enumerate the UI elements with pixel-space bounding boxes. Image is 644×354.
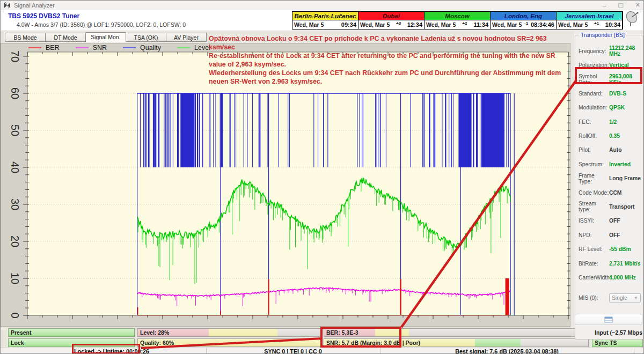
legend-line-swatch — [177, 47, 190, 48]
clock-time: 12:34 — [407, 21, 422, 28]
signal-analyzer-window: Signal Analyzer – ▢ ✕ TBS 5925 DVBS2 Tun… — [0, 0, 644, 354]
transponder-row: Polarization: Vertical — [579, 58, 641, 72]
clock-cell: Jerusalem-Israel Wed, Mar 5 +1 10:34 — [557, 12, 623, 29]
transponder-row: CarrierWidth: 4,000 MHz — [579, 270, 641, 284]
transponder-row: Pilot: Auto — [579, 143, 641, 157]
transponder-row: Spectrum: Inverted — [579, 157, 641, 171]
level-meter: Level: 28% — [137, 328, 321, 337]
best-signal-status: Best signal: 7,6 dB (2025-03-04 08:38) — [380, 348, 634, 354]
legend-line-swatch — [123, 47, 136, 48]
satellite-dish-icon — [625, 11, 639, 27]
clock-city: Jerusalem-Israel — [557, 12, 622, 20]
ber-meter: BER: 5,3E-3 — [324, 328, 589, 337]
tuner-subtitle: 4.0W - Amos 3/7 (ID: 3560) @ LOF1: 97500… — [17, 21, 186, 28]
transponder-row: RollOff: 0.35 — [579, 129, 641, 143]
transponder-groupbox: Transponder [BS] Frequency: 11212,248 MH… — [575, 35, 643, 340]
minimize-icon[interactable]: – — [603, 2, 606, 9]
transponder-row: Symbol Rate: 2963,008 KS/s — [579, 72, 641, 86]
tab[interactable]: BS Mode — [5, 33, 46, 42]
legend-item: Quality — [123, 44, 161, 51]
tab[interactable]: Signal Mon. — [85, 32, 126, 42]
app-icon — [4, 2, 11, 9]
transponder-row: Modulation: QPSK — [579, 101, 641, 115]
transponder-row: ISSYI: OFF — [579, 214, 641, 228]
snr-meter: SNR: 5,7 dB (Margin: 3,0 dB | Poor) — [324, 338, 589, 347]
clock-time: 11:34 — [473, 21, 488, 28]
annotation-line: Opätovná obnova Locku o 9:34 CET po pric… — [209, 34, 561, 43]
svg-text:20: 20 — [9, 235, 21, 247]
chevron-down-icon: ▼ — [634, 296, 638, 300]
clock-city: London, Eng — [491, 12, 556, 20]
transponder-row: Frame Type: Long Frame — [579, 172, 641, 186]
tab[interactable]: AV Player — [166, 33, 207, 42]
clock-city: Berlin-Paris-Lučenec — [292, 12, 358, 20]
clock-date: Wed, Mar 5 — [492, 21, 522, 28]
transponder-row: Stream type: Transport — [579, 200, 641, 213]
quality-meter: Quality: 60% — [137, 338, 321, 347]
legend-line-swatch — [28, 47, 41, 48]
clock-utc-offset: +3 — [390, 21, 407, 26]
clock-cell: London, Eng Wed, Mar 5 -1 08:34:46 — [491, 12, 557, 29]
mode-tabs: BS ModeDT ModeSignal Mon.TSA (OK)AV Play… — [5, 33, 206, 42]
tab[interactable]: TSA (OK) — [126, 33, 166, 42]
clock-date: Wed, Mar 5 — [294, 21, 324, 28]
mis-dropdown[interactable]: Single ▼ — [609, 293, 641, 303]
annotation-line: value of 2,963 ksym/sec. — [209, 60, 561, 69]
legend-item: BER — [28, 44, 60, 51]
clock-cell: Moscow Wed, Mar 5 +2 11:34 — [425, 12, 491, 29]
transponder-row: BitRate: 2,731 Mbit/s — [579, 256, 641, 270]
legend-line-swatch — [76, 47, 89, 48]
input-bitrate-indicator: Input (~2,57 Mbps) — [592, 328, 643, 337]
clock-cell: Dubai Wed, Mar 5 +3 12:34 — [358, 12, 425, 29]
close-icon[interactable]: ✕ — [635, 2, 640, 9]
annotation-line: Re-establishment of the Lock at 9:34 CET… — [209, 51, 561, 60]
clock-date: Wed, Mar 5 — [426, 21, 456, 28]
annotation-line: Wiederherstellung des Locks um 9:34 CET … — [209, 69, 561, 77]
clock-date: Wed, Mar 5 — [360, 21, 390, 28]
window-mini-icon — [604, 316, 613, 323]
svg-text:40: 40 — [9, 161, 21, 173]
clock-utc-offset: -1 — [522, 21, 531, 26]
tab[interactable]: DT Mode — [45, 33, 86, 42]
clock-cell: Berlin-Paris-Lučenec Wed, Mar 5 09:34 — [292, 12, 358, 29]
present-indicator: Present — [8, 328, 135, 337]
tuner-title: TBS 5925 DVBS2 Tuner — [8, 12, 79, 20]
svg-text:70: 70 — [9, 50, 21, 62]
mis-label: MIS (0): — [579, 295, 609, 301]
transponder-row: NPD: OFF — [579, 228, 641, 242]
maximize-icon[interactable]: ▢ — [618, 2, 623, 9]
clock-time: 10:34 — [605, 21, 620, 28]
header: TBS 5925 DVBS2 Tuner 4.0W - Amos 3/7 (ID… — [1, 10, 644, 31]
transponder-title: Transponder [BS] — [579, 32, 626, 38]
svg-text:0: 0 — [9, 312, 21, 318]
legend-item: SNR — [76, 44, 107, 51]
transponder-row: FEC: 1/2 — [579, 115, 641, 129]
clock-date: Wed, Mar 5 — [558, 21, 588, 28]
sync-counters-status: SYNC 0 | TEI 0 | CC 0 — [206, 348, 380, 354]
world-clocks: Berlin-Paris-Lučenec Wed, Mar 5 09:34 Du… — [292, 11, 623, 30]
svg-text:30: 30 — [9, 198, 21, 210]
status-bar: Locked -> Uptime: 00:00:26 SYNC 0 | TEI … — [1, 347, 644, 354]
mis-row: MIS (0): Single ▼ — [579, 291, 641, 305]
svg-text:60: 60 — [9, 87, 21, 99]
lock-indicator: Lock — [8, 338, 135, 347]
transponder-row: Standard: DVB-S — [579, 86, 641, 100]
sidebar-action-button[interactable] — [575, 314, 642, 325]
legend-item: Level — [177, 44, 210, 51]
annotation-line: ksm/sec — [209, 43, 561, 51]
clock-time: 09:34 — [341, 21, 356, 28]
svg-text:10: 10 — [9, 272, 21, 284]
title-bar: Signal Analyzer – ▢ ✕ — [1, 1, 644, 10]
transponder-row: RF Level: -55 dBm — [579, 242, 641, 256]
clock-city: Dubai — [358, 12, 424, 20]
window-title: Signal Analyzer — [14, 2, 55, 9]
lock-uptime-status: Locked -> Uptime: 00:00:26 — [74, 348, 140, 354]
chart-legend: BER SNR Quality Level — [28, 44, 226, 51]
transponder-row: Code Mode: CCM — [579, 186, 641, 200]
annotation-text: Opätovná obnova Locku o 9:34 CET po pric… — [209, 34, 561, 86]
sync-ts-indicator: Sync TS — [592, 338, 643, 347]
transponder-row: Frequency: 11212,248 MHz — [579, 44, 641, 58]
svg-text:50: 50 — [9, 124, 21, 136]
annotation-line: neuen SR-Wert von 2.963 ksym/sec. — [209, 77, 561, 86]
clock-utc-offset: +2 — [456, 21, 473, 26]
